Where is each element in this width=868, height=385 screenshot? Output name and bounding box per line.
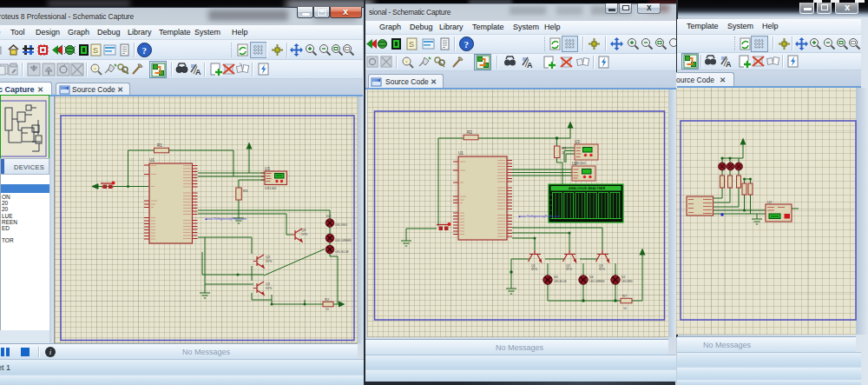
svg-text:LED-RED: LED-RED — [621, 280, 634, 283]
svg-text:A: A — [527, 61, 533, 70]
svg-text:Q3: Q3 — [301, 228, 306, 232]
svg-text:Q1: Q1 — [266, 282, 271, 286]
svg-text:NPN: NPN — [266, 260, 273, 263]
svg-text:U3: U3 — [265, 167, 270, 171]
svg-text:NPN: NPN — [301, 233, 308, 236]
svg-text:8051: 8051 — [61, 87, 67, 90]
svg-text:U1: U1 — [149, 158, 155, 163]
svg-text:?: ? — [142, 45, 148, 56]
svg-text:LED-BLUE: LED-BLUE — [554, 280, 567, 283]
svg-text:LED-GREEN: LED-GREEN — [335, 239, 352, 242]
svg-text:DS1302: DS1302 — [265, 187, 277, 190]
svg-text:10: 10 — [623, 307, 627, 310]
svg-text:R3: R3 — [243, 189, 248, 193]
svg-text:R2: R2 — [325, 297, 330, 302]
svg-text:NPN: NPN — [599, 268, 605, 271]
svg-text:U2: U2 — [572, 162, 577, 166]
svg-text:D4: D4 — [589, 275, 594, 279]
svg-text:ANALOGUE ANALYSER: ANALOGUE ANALYSER — [569, 187, 605, 190]
svg-text:U2: U2 — [767, 200, 773, 204]
svg-text:S: S — [93, 46, 98, 55]
svg-text:S: S — [409, 40, 414, 49]
svg-text:LED-GREEN: LED-GREEN — [589, 280, 605, 283]
svg-text:A: A — [726, 60, 732, 69]
svg-text:1k: 1k — [562, 151, 565, 155]
svg-text:LED-BLUE: LED-BLUE — [335, 250, 349, 254]
svg-text:D2: D2 — [326, 214, 332, 218]
svg-text:NPN: NPN — [566, 268, 572, 271]
svg-text:A: A — [195, 68, 201, 76]
svg-text:◆www.TheEngineeringProjects.co: ◆www.TheEngineeringProjects.com — [205, 217, 247, 221]
svg-text:U1: U1 — [458, 151, 464, 156]
svg-text:R1: R1 — [157, 143, 162, 148]
svg-text:?: ? — [464, 39, 470, 50]
svg-text:U3: U3 — [575, 140, 580, 144]
svg-text:R3: R3 — [562, 146, 567, 150]
svg-text:Q2: Q2 — [266, 255, 271, 259]
svg-text:LED-RED: LED-RED — [335, 223, 348, 227]
svg-text:R2: R2 — [467, 130, 472, 135]
svg-text:D3: D3 — [554, 275, 558, 279]
svg-text:10: 10 — [326, 308, 329, 311]
svg-text:NPN: NPN — [531, 268, 537, 271]
svg-text:◆www.TheEngineeringProjects.co: ◆www.TheEngineeringProjects.com — [518, 215, 560, 218]
svg-text:8051: 8051 — [372, 79, 378, 83]
svg-text:R7: R7 — [622, 294, 628, 298]
svg-text:NPN: NPN — [266, 287, 273, 290]
svg-text:D2: D2 — [621, 275, 626, 279]
